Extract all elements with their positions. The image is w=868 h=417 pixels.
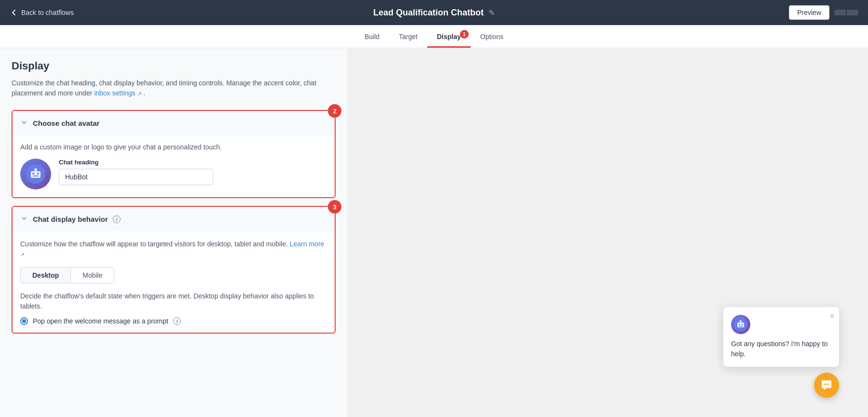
device-tabs: Desktop Mobile bbox=[20, 267, 114, 283]
tab-display[interactable]: Display 1 bbox=[427, 27, 471, 48]
choose-chat-avatar-section: 2 Choose chat avatar Add a custom image … bbox=[12, 110, 336, 198]
pop-open-radio-option[interactable]: Pop open the welcome message as a prompt… bbox=[20, 317, 327, 325]
avatar-section-title: Choose chat avatar bbox=[33, 119, 99, 127]
chat-popup: × bbox=[723, 307, 839, 367]
top-navigation: Back to chatflows Lead Qualification Cha… bbox=[0, 0, 868, 25]
preview-button[interactable]: Preview bbox=[789, 5, 829, 20]
avatar-description: Add a custom image or logo to give your … bbox=[20, 143, 327, 151]
svg-rect-10 bbox=[739, 326, 743, 327]
chat-popup-message: Got any questions? I'm happy to help. bbox=[731, 339, 831, 359]
pop-open-label: Pop open the welcome message as a prompt bbox=[33, 317, 168, 325]
chat-popup-close-icon[interactable]: × bbox=[830, 312, 834, 321]
tab-display-badge: 1 bbox=[460, 30, 469, 39]
svg-point-8 bbox=[739, 324, 740, 325]
chat-heading-label: Chat heading bbox=[59, 159, 327, 166]
svg-point-3 bbox=[37, 173, 39, 175]
step-badge-2: 2 bbox=[328, 104, 341, 118]
step-badge-3: 3 bbox=[328, 200, 341, 214]
pop-open-info-icon[interactable]: i bbox=[173, 317, 181, 325]
avatar-image[interactable] bbox=[20, 159, 51, 189]
avatar-row: Chat heading bbox=[20, 159, 327, 189]
behavior-description: Customize how the chatflow will appear t… bbox=[20, 239, 327, 259]
page-title: Display bbox=[12, 60, 336, 72]
top-nav-right: Preview bbox=[789, 5, 858, 20]
svg-rect-4 bbox=[33, 175, 39, 176]
svg-rect-11 bbox=[740, 320, 742, 323]
chat-heading-input[interactable] bbox=[59, 169, 213, 185]
right-panel: × bbox=[347, 48, 868, 417]
tab-build[interactable]: Build bbox=[355, 27, 389, 48]
pop-open-radio[interactable] bbox=[20, 317, 28, 325]
svg-rect-1 bbox=[31, 171, 41, 178]
external-link-icon: ↗ bbox=[137, 91, 142, 96]
tab-target[interactable]: Target bbox=[389, 27, 427, 48]
svg-point-14 bbox=[828, 384, 829, 385]
chat-display-behavior-section: 3 Chat display behavior i Customize how … bbox=[12, 206, 336, 334]
svg-point-12 bbox=[824, 384, 826, 385]
svg-point-13 bbox=[826, 384, 827, 385]
toggle-switch bbox=[834, 10, 858, 15]
behavior-info-text: Decide the chatflow's default state when… bbox=[20, 291, 327, 311]
back-arrow-icon bbox=[10, 8, 18, 17]
tab-options[interactable]: Options bbox=[471, 27, 513, 48]
toggle-on-button[interactable] bbox=[847, 10, 858, 15]
toggle-off-button[interactable] bbox=[834, 10, 846, 15]
back-to-chatflows-link[interactable]: Back to chatflows bbox=[10, 8, 74, 17]
left-panel: Display Customize the chat heading, chat… bbox=[0, 48, 347, 417]
svg-rect-5 bbox=[34, 168, 37, 171]
avatar-section-body: Add a custom image or logo to give your … bbox=[13, 135, 335, 197]
edit-title-icon[interactable]: ✎ bbox=[488, 8, 495, 17]
caret-icon-avatar bbox=[20, 119, 28, 128]
caret-icon-behavior bbox=[20, 215, 28, 224]
choose-chat-avatar-header[interactable]: Choose chat avatar bbox=[13, 111, 335, 135]
chatbot-title: Lead Qualification Chatbot bbox=[373, 8, 484, 18]
desktop-tab[interactable]: Desktop bbox=[21, 268, 71, 283]
page-description: Customize the chat heading, chat display… bbox=[12, 78, 336, 98]
inbox-settings-link[interactable]: inbox settings ↗ bbox=[94, 89, 143, 97]
avatar-fields: Chat heading bbox=[59, 159, 327, 185]
back-label: Back to chatflows bbox=[21, 9, 74, 16]
behavior-section-body: Customize how the chatflow will appear t… bbox=[13, 231, 335, 333]
mobile-tab[interactable]: Mobile bbox=[71, 268, 114, 283]
learn-more-external-icon: ↗ bbox=[20, 252, 25, 257]
svg-point-9 bbox=[742, 324, 743, 325]
chat-popup-avatar bbox=[731, 315, 750, 334]
behavior-section-title: Chat display behavior bbox=[33, 215, 108, 223]
behavior-info-icon[interactable]: i bbox=[113, 215, 121, 223]
chat-display-behavior-header[interactable]: Chat display behavior i bbox=[13, 207, 335, 231]
svg-point-2 bbox=[32, 173, 34, 175]
tab-bar: Build Target Display 1 Options bbox=[0, 25, 868, 48]
main-layout: Display Customize the chat heading, chat… bbox=[0, 48, 868, 417]
chat-preview-container: × bbox=[723, 307, 839, 398]
chat-launcher-button[interactable] bbox=[814, 373, 839, 398]
chatbot-title-area: Lead Qualification Chatbot ✎ bbox=[373, 8, 495, 18]
